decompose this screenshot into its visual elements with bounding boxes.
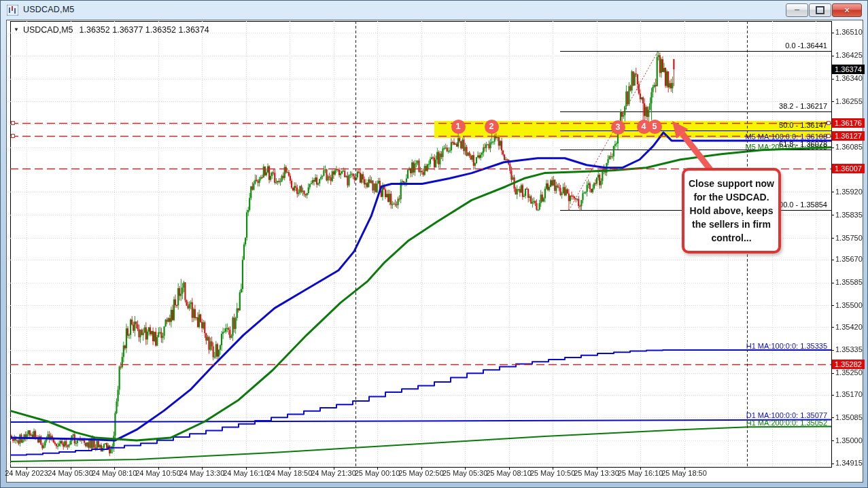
annotation-text: Close support now for the USDCAD. Hold a… xyxy=(687,177,776,245)
chart-symbol-header: ▼USDCAD,M51.36352 1.36377 1.36352 1.3637… xyxy=(14,25,209,35)
ohlc-values: 1.36352 1.36377 1.36352 1.36374 xyxy=(80,25,209,35)
alert-price-label: 1.36007 xyxy=(832,164,865,173)
alert-price-label: 1.36176 xyxy=(832,118,865,128)
price-axis-label: 1.35750 xyxy=(835,234,863,242)
price-axis-label: 1.36255 xyxy=(835,97,863,105)
price-axis-label: 1.35085 xyxy=(835,413,863,421)
price-axis-label: 1.35500 xyxy=(835,301,863,309)
price-axis-label: 1.36425 xyxy=(835,51,863,59)
time-axis-label: 25 May 05:30 xyxy=(442,469,488,477)
price-axis-label: 1.35170 xyxy=(835,390,863,398)
price-axis-label: 1.35835 xyxy=(835,211,863,219)
time-axis-label: 25 May 18:50 xyxy=(661,469,707,477)
sequence-marker[interactable]: 3 xyxy=(611,120,625,135)
symbol-dropdown-icon[interactable]: ▼ xyxy=(14,27,19,33)
current-price-label: 1.36374 xyxy=(832,65,865,74)
alert-price-label: 1.36127 xyxy=(832,131,865,141)
price-axis-label: 1.35920 xyxy=(835,188,863,196)
time-axis-label: 25 May 08:10 xyxy=(486,469,532,477)
time-axis-label: 24 May 21:30 xyxy=(311,469,356,477)
price-axis-label: 1.35585 xyxy=(835,278,863,286)
fib-level-label: 38.2 - 1.36217 xyxy=(779,102,827,110)
price-axis-label: 1.36085 xyxy=(835,143,863,151)
price-axis-label: 1.35670 xyxy=(835,255,863,263)
sequence-marker[interactable]: 1 xyxy=(451,120,466,134)
price-axis-label: 1.36340 xyxy=(835,74,863,82)
price-axis-label: 1.35420 xyxy=(835,323,863,331)
ma-label: H1 MA:200:0:0: 1.35052 xyxy=(746,419,827,427)
fib-level-label: 0.0 -1.36441 xyxy=(785,41,827,50)
time-axis-label: 24 May 10:50 xyxy=(135,469,181,477)
time-axis-label: 24 May 08:10 xyxy=(92,469,137,477)
fib-level-label: 50.0 - 1.36147 xyxy=(779,121,827,129)
time-axis-label: 25 May 02:50 xyxy=(398,469,444,477)
symbol-label: USDCAD,M5 xyxy=(23,25,73,35)
fib-level-label: 61.8 - 1.36078 xyxy=(779,140,827,148)
price-axis-label: 1.35250 xyxy=(835,368,863,377)
price-axis-label: 1.35000 xyxy=(835,436,863,445)
time-axis-label: 25 May 16:10 xyxy=(618,469,663,477)
time-axis-label: 25 May 00:10 xyxy=(355,469,400,477)
time-axis-label: 24 May 13:30 xyxy=(179,469,225,477)
time-axis-label: 24 May 05:30 xyxy=(48,469,93,477)
price-axis-label: 1.35335 xyxy=(835,345,863,353)
ma-label: H1 MA:100:0:0: 1.35335 xyxy=(746,342,827,350)
time-axis-label: 24 May 18:50 xyxy=(267,469,313,477)
sequence-marker[interactable]: 5 xyxy=(648,120,662,134)
time-axis-label: 24 May 2023 xyxy=(5,469,48,477)
fib-level-label: 100.0 - 1.35854 xyxy=(775,201,827,209)
price-axis-label: 1.36510 xyxy=(835,28,863,36)
alert-price-label: 1.35282 xyxy=(832,360,865,369)
application-window: USDCAD,M5 ─ ✕ ▼USDCAD,M51.36352 1.36377 … xyxy=(0,0,868,488)
annotation-box[interactable]: Close support now for the USDCAD. Hold a… xyxy=(682,168,781,254)
time-axis-label: 25 May 10:50 xyxy=(530,469,576,477)
time-axis-label: 25 May 13:30 xyxy=(574,469,619,477)
price-axis-label: 1.34915 xyxy=(835,459,863,467)
sequence-marker[interactable]: 2 xyxy=(485,120,499,134)
time-axis-label: 24 May 16:10 xyxy=(223,469,268,477)
